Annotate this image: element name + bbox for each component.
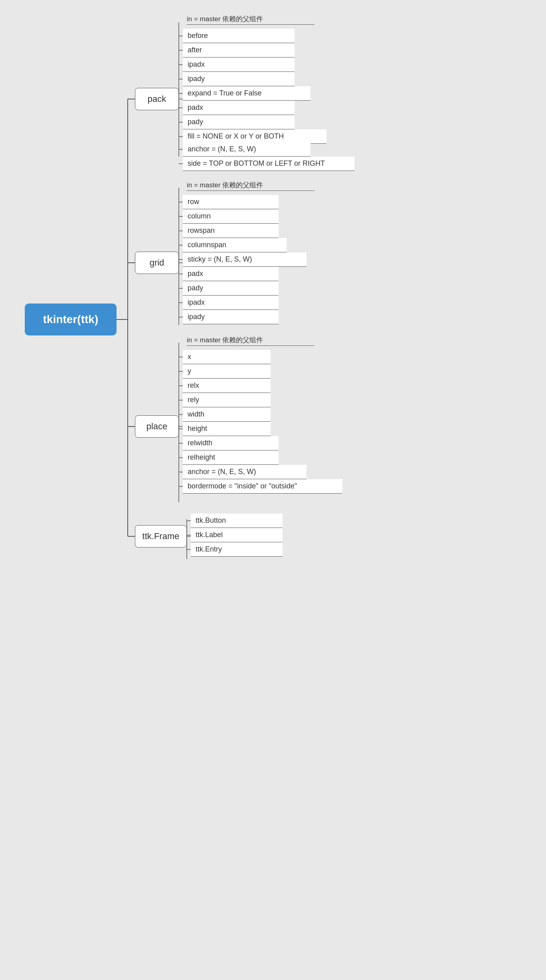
- leaf-place-anchor: anchor = (N, E, S, W): [183, 465, 307, 479]
- leaf-grid-sticky: sticky = (N, E, S, W): [183, 252, 307, 267]
- leaf-pack-after: after: [183, 43, 295, 58]
- pack-header-label: in = master 依赖的父组件: [187, 14, 315, 25]
- leaf-place-y: y: [183, 364, 271, 379]
- leaf-pack-side: side = TOP or BOTTOM or LEFT or RIGHT: [183, 157, 354, 171]
- leaf-grid-column: column: [183, 209, 279, 224]
- leaf-grid-padx: padx: [183, 267, 279, 281]
- leaf-pack-padx: padx: [183, 101, 295, 115]
- leaf-ttkframe-button: ttk.Button: [191, 514, 283, 528]
- leaf-pack-expand: expand = True or False: [183, 86, 311, 101]
- grid-branch-node: grid: [135, 252, 179, 274]
- leaf-ttkframe-entry: ttk.Entry: [191, 542, 283, 557]
- leaf-grid-row: row: [183, 195, 279, 209]
- leaf-grid-ipady: ipady: [183, 310, 279, 324]
- leaf-pack-ipady: ipady: [183, 72, 295, 86]
- leaf-place-relheight: relheight: [183, 450, 279, 465]
- place-branch-node: place: [135, 415, 179, 438]
- leaf-grid-rowspan: rowspan: [183, 224, 279, 238]
- leaf-pack-anchor: anchor = (N, E, S, W): [183, 142, 311, 157]
- place-header-label: in = master 依赖的父组件: [187, 335, 315, 346]
- leaf-pack-fill: fill = NONE or X or Y or BOTH: [183, 129, 326, 144]
- leaf-place-x: x: [183, 350, 271, 364]
- ttkframe-branch-node: ttk.Frame: [135, 525, 187, 548]
- leaf-place-height: height: [183, 422, 271, 436]
- leaf-pack-before: before: [183, 29, 295, 43]
- diagram-container: tkinter(ttk) in = master 依赖的父组件 pack bef…: [0, 0, 546, 980]
- grid-header-label: in = master 依赖的父组件: [187, 181, 315, 191]
- leaf-grid-pady: pady: [183, 281, 279, 296]
- leaf-place-rely: rely: [183, 393, 271, 407]
- leaf-place-width: width: [183, 407, 271, 422]
- leaf-grid-columnspan: columnspan: [183, 238, 287, 252]
- leaf-place-bordermode: bordermode = "inside" or "outside": [183, 479, 342, 494]
- leaf-pack-ipadx: ipadx: [183, 58, 295, 72]
- root-label: tkinter(ttk): [43, 313, 98, 326]
- leaf-place-relwidth: relwidth: [183, 436, 279, 450]
- root-node: tkinter(ttk): [25, 304, 117, 335]
- leaf-place-relx: relx: [183, 379, 271, 393]
- leaf-ttkframe-label: ttk.Label: [191, 528, 283, 542]
- leaf-grid-ipadx: ipadx: [183, 296, 279, 310]
- pack-branch-node: pack: [135, 88, 179, 110]
- leaf-pack-pady: pady: [183, 115, 295, 129]
